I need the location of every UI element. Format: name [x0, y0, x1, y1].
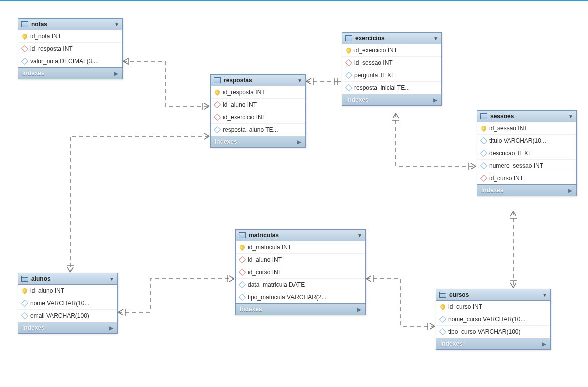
indexes-footer[interactable]: Indexes▶: [342, 94, 441, 105]
entity-matriculas[interactable]: matriculas ▼ id_matricula INT id_aluno I…: [235, 229, 366, 315]
attr-row[interactable]: tipo_matricula VARCHAR(2...: [236, 291, 365, 303]
attr-row[interactable]: valor_nota DECIMAL(3,...: [18, 55, 122, 67]
pk-icon: [21, 33, 28, 40]
fk-icon: [214, 114, 221, 121]
entity-header[interactable]: matriculas ▼: [236, 230, 365, 241]
attr-row[interactable]: id_aluno INT: [236, 254, 365, 266]
indexes-footer[interactable]: Indexes▶: [18, 322, 117, 333]
collapse-icon[interactable]: ▼: [357, 233, 362, 238]
entity-header[interactable]: respostas ▼: [211, 75, 305, 86]
entity-header[interactable]: cursos ▼: [436, 289, 550, 301]
attr-row[interactable]: id_curso INT: [436, 301, 550, 313]
attr-icon: [239, 281, 246, 288]
pk-icon: [439, 303, 446, 310]
attr-row[interactable]: id_matricula INT: [236, 241, 365, 254]
indexes-label: Indexes: [440, 340, 463, 347]
attr-label: tipo_curso VARCHAR(100): [448, 328, 521, 335]
expand-icon: ▶: [568, 188, 572, 193]
entity-header[interactable]: alunos ▼: [18, 273, 117, 285]
attr-row[interactable]: email VARCHAR(100): [18, 310, 117, 322]
attr-label: descricao TEXT: [489, 150, 532, 157]
attr-row[interactable]: titulo VARCHAR(10...: [477, 135, 576, 147]
expand-icon: ▶: [109, 325, 113, 331]
indexes-footer[interactable]: Indexes▶: [477, 184, 576, 196]
attr-row[interactable]: id_sessao INT: [342, 57, 441, 69]
attr-icon: [439, 328, 446, 335]
attr-label: valor_nota DECIMAL(3,...: [30, 58, 99, 65]
attr-icon: [21, 300, 28, 307]
attr-row[interactable]: pergunta TEXT: [342, 69, 441, 82]
entity-header[interactable]: exercicios ▼: [342, 33, 441, 44]
attr-row[interactable]: id_exercicio INT: [211, 111, 305, 124]
entity-title: exercicios: [355, 35, 385, 42]
attr-label: id_nota INT: [30, 33, 61, 40]
attr-row[interactable]: nome VARCHAR(10...: [18, 297, 117, 310]
attr-row[interactable]: id_nota INT: [18, 30, 122, 43]
attr-row[interactable]: numero_sessao INT: [477, 160, 576, 172]
attr-row[interactable]: nome_curso VARCHAR(10...: [436, 313, 550, 326]
attr-row[interactable]: id_resposta INT: [18, 43, 122, 55]
indexes-label: Indexes: [215, 138, 237, 145]
attr-label: numero_sessao INT: [489, 162, 543, 169]
expand-icon: ▶: [542, 341, 546, 347]
indexes-label: Indexes: [22, 324, 45, 331]
attr-label: resposta_aluno TE...: [223, 126, 278, 133]
table-icon: [480, 113, 487, 119]
attr-row[interactable]: id_curso INT: [236, 266, 365, 279]
entity-sessoes[interactable]: sessoes ▼ id_sessao INT titulo VARCHAR(1…: [477, 110, 577, 196]
attr-label: nome_curso VARCHAR(10...: [448, 316, 526, 323]
table-icon: [21, 276, 28, 282]
entity-title: cursos: [449, 291, 469, 298]
attr-row[interactable]: tipo_curso VARCHAR(100): [436, 326, 550, 338]
entity-header[interactable]: sessoes ▼: [477, 111, 576, 122]
attr-row[interactable]: id_aluno INT: [211, 99, 305, 111]
entity-title: notas: [31, 21, 47, 28]
attr-icon: [480, 150, 487, 157]
collapse-icon[interactable]: ▼: [297, 78, 302, 83]
table-icon: [439, 292, 446, 298]
table-icon: [345, 35, 352, 41]
fk-icon: [345, 59, 352, 66]
attr-label: id_aluno INT: [248, 256, 282, 263]
entity-title: sessoes: [490, 113, 514, 120]
attr-row[interactable]: resposta_aluno TE...: [211, 124, 305, 136]
attr-label: resposta_inicial TE...: [354, 84, 410, 91]
collapse-icon[interactable]: ▼: [542, 292, 547, 298]
fk-icon: [239, 269, 246, 276]
attr-row[interactable]: id_curso INT: [477, 172, 576, 184]
indexes-footer[interactable]: Indexes▶: [236, 303, 365, 315]
attr-row[interactable]: data_matricula DATE: [236, 279, 365, 291]
indexes-label: Indexes: [346, 96, 369, 103]
pk-icon: [345, 47, 352, 54]
attr-row[interactable]: id_sessao INT: [477, 122, 576, 135]
attr-row[interactable]: id_resposta INT: [211, 86, 305, 99]
attr-icon: [21, 58, 28, 65]
entity-header[interactable]: notas ▼: [18, 19, 122, 30]
entity-alunos[interactable]: alunos ▼ id_aluno INT nome VARCHAR(10...…: [18, 273, 118, 334]
collapse-icon[interactable]: ▼: [114, 22, 119, 27]
collapse-icon[interactable]: ▼: [433, 36, 438, 41]
entity-notas[interactable]: notas ▼ id_nota INT id_resposta INT valo…: [18, 18, 123, 79]
attr-row[interactable]: id_aluno INT: [18, 285, 117, 297]
attr-label: id_sessao INT: [354, 59, 393, 66]
indexes-footer[interactable]: Indexes▶: [211, 136, 305, 147]
collapse-icon[interactable]: ▼: [109, 276, 114, 282]
indexes-footer[interactable]: Indexes▶: [436, 338, 550, 349]
pk-icon: [480, 125, 487, 132]
entity-respostas[interactable]: respostas ▼ id_resposta INT id_aluno INT…: [210, 74, 306, 148]
attr-icon: [214, 126, 221, 133]
attr-label: nome VARCHAR(10...: [30, 300, 89, 307]
attr-label: id_curso INT: [248, 269, 282, 276]
entity-cursos[interactable]: cursos ▼ id_curso INT nome_curso VARCHAR…: [436, 289, 551, 350]
fk-icon: [21, 45, 28, 52]
entity-body: id_matricula INT id_aluno INT id_curso I…: [236, 241, 365, 303]
collapse-icon[interactable]: ▼: [568, 114, 573, 119]
attr-label: id_resposta INT: [223, 89, 265, 96]
pk-icon: [239, 244, 246, 251]
attr-row[interactable]: resposta_inicial TE...: [342, 82, 441, 94]
attr-label: id_sessao INT: [489, 125, 528, 132]
entity-exercicios[interactable]: exercicios ▼ id_exercicio INT id_sessao …: [342, 32, 442, 106]
attr-row[interactable]: descricao TEXT: [477, 147, 576, 160]
indexes-footer[interactable]: Indexes▶: [18, 67, 122, 79]
attr-row[interactable]: id_exercicio INT: [342, 44, 441, 57]
